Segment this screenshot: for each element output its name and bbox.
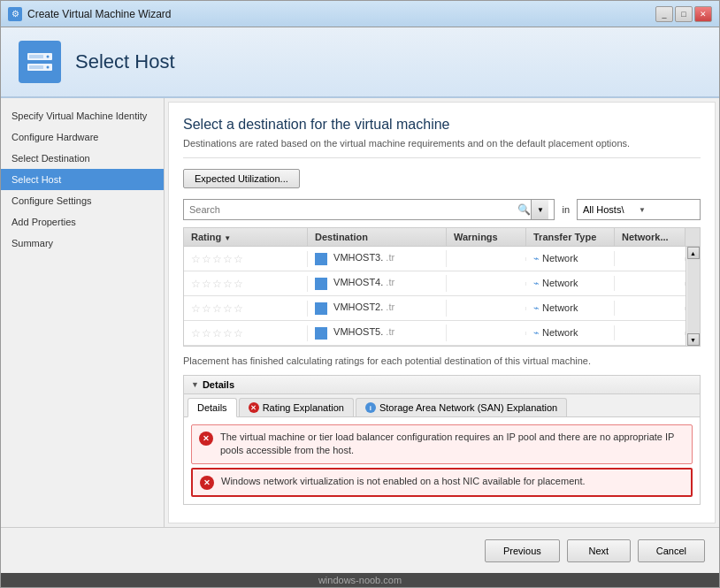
sidebar-item-summary[interactable]: Summary (1, 233, 164, 254)
content-area: Select a destination for the virtual mac… (168, 102, 716, 523)
tabs-row: Details ✕ Rating Explanation i Storage A… (184, 394, 700, 417)
scroll-down-button[interactable]: ▼ (687, 333, 700, 346)
sidebar-label-summary: Summary (11, 238, 53, 248)
cell-dest-0: VMHOST3. .tr (308, 250, 447, 266)
star-4: ☆ (223, 253, 233, 265)
host-dropdown-icon: ▼ (639, 206, 694, 214)
search-dropdown-arrow[interactable]: ▼ (531, 200, 548, 219)
placement-text: Placement has finished calculating ratin… (183, 355, 701, 366)
star-1: ☆ (191, 327, 201, 340)
star-3: ☆ (212, 278, 222, 290)
search-input[interactable] (189, 204, 517, 215)
star-1: ☆ (191, 278, 201, 290)
table-row[interactable]: ☆ ☆ ☆ ☆ ☆ VMHOST4. .tr (184, 271, 700, 296)
host-server-icon-3 (315, 327, 327, 340)
cell-rating-3: ☆ ☆ ☆ ☆ ☆ (184, 325, 308, 341)
cell-transfer-0: ⌁ Network (526, 251, 615, 266)
host-filter-label: All Hosts\ (583, 204, 639, 215)
stars-1: ☆ ☆ ☆ ☆ ☆ (191, 278, 300, 290)
stars-0: ☆ ☆ ☆ ☆ ☆ (191, 253, 300, 265)
cell-dest-2: VMHOST2. .tr (308, 300, 447, 316)
cell-network-2 (615, 307, 686, 310)
cell-transfer-2: ⌁ Network (526, 301, 615, 316)
content-subtitle: Destinations are rated based on the virt… (183, 138, 701, 158)
star-5: ☆ (234, 302, 243, 315)
star-4: ☆ (223, 327, 233, 340)
col-header-warnings: Warnings (447, 228, 526, 246)
search-icon: 🔍 (517, 203, 531, 216)
server-icon (19, 41, 61, 83)
title-bar-left: ⚙ Create Virtual Machine Wizard (8, 7, 172, 21)
cell-warnings-0 (447, 257, 526, 261)
sidebar-item-select-host[interactable]: Select Host (1, 169, 164, 190)
scroll-header-spacer (686, 228, 700, 246)
tab-details[interactable]: Details (188, 398, 237, 417)
sidebar-item-configure-settings[interactable]: Configure Settings (1, 190, 164, 211)
window-title: Create Virtual Machine Wizard (27, 8, 172, 20)
scroll-up-button[interactable]: ▲ (687, 247, 700, 259)
search-input-container[interactable]: 🔍 ▼ (183, 199, 555, 220)
expected-utilization-button[interactable]: Expected Utilization... (183, 169, 300, 188)
minimize-button[interactable]: _ (655, 6, 673, 22)
error-icon-0: ✕ (199, 431, 213, 446)
close-button[interactable]: ✕ (694, 6, 712, 22)
cell-warnings-2 (447, 307, 526, 310)
svg-point-2 (47, 56, 50, 58)
sidebar-item-add-properties[interactable]: Add Properties (1, 211, 164, 233)
sidebar-label-select-dest: Select Destination (11, 153, 90, 164)
star-1: ☆ (191, 253, 201, 265)
tab-rating-label: Rating Explanation (263, 402, 344, 413)
error-icon-1: ✕ (200, 476, 214, 490)
next-button[interactable]: Next (567, 539, 631, 562)
details-header[interactable]: ▼ Details (184, 376, 700, 394)
star-3: ☆ (212, 302, 222, 315)
cell-warnings-3 (447, 332, 526, 335)
table-row[interactable]: ☆ ☆ ☆ ☆ ☆ VMHOST3. .tr (184, 247, 700, 271)
server-svg (26, 48, 54, 76)
svg-rect-4 (29, 55, 43, 58)
maximize-button[interactable]: □ (675, 6, 693, 22)
cell-network-0 (615, 257, 686, 261)
sidebar-item-select-dest[interactable]: Select Destination (1, 148, 164, 169)
svg-point-3 (47, 66, 50, 69)
sidebar-label-configure-settings: Configure Settings (11, 195, 92, 206)
tab-san-explanation[interactable]: i Storage Area Network (SAN) Explanation (356, 398, 567, 416)
star-2: ☆ (202, 253, 211, 265)
tab-error-icon: ✕ (249, 402, 259, 413)
in-label: in (558, 204, 573, 215)
cell-network-3 (615, 332, 686, 335)
watermark: windows-noob.com (1, 573, 719, 587)
cell-rating-1: ☆ ☆ ☆ ☆ ☆ (184, 276, 308, 292)
host-server-icon-0 (315, 253, 327, 265)
tab-san-label: Storage Area Network (SAN) Explanation (379, 402, 557, 413)
cell-transfer-3: ⌁ Network (526, 325, 615, 340)
tab-rating-explanation[interactable]: ✕ Rating Explanation (239, 398, 354, 416)
table-scrollbar[interactable]: ▲ ▼ (686, 247, 700, 346)
table-row[interactable]: ☆ ☆ ☆ ☆ ☆ VMHOST2. .tr (184, 296, 700, 321)
error-row-0[interactable]: ✕ The virtual machine or tier load balan… (191, 424, 693, 464)
previous-button[interactable]: Previous (485, 539, 560, 562)
table-rows: ☆ ☆ ☆ ☆ ☆ VMHOST3. .tr (184, 247, 700, 346)
sort-icon: ▼ (224, 234, 231, 242)
star-5: ☆ (234, 278, 243, 290)
star-1: ☆ (191, 302, 201, 315)
network-icon-1: ⌁ (533, 278, 542, 288)
star-2: ☆ (202, 278, 211, 290)
star-4: ☆ (223, 302, 233, 315)
host-table: Rating ▼ Destination Warnings Transfer T… (183, 227, 701, 347)
sidebar-label-configure-hw: Configure Hardware (11, 132, 98, 142)
error-text-1: Windows network virtualization is not en… (221, 475, 586, 488)
cell-warnings-1 (447, 282, 526, 286)
host-dropdown[interactable]: All Hosts\ ▼ (577, 199, 701, 220)
details-label: Details (203, 379, 234, 390)
error-row-1[interactable]: ✕ Windows network virtualization is not … (191, 468, 693, 497)
header-section: Select Host (1, 27, 719, 98)
table-row[interactable]: ☆ ☆ ☆ ☆ ☆ VMHOST5. .tr (184, 321, 700, 346)
sidebar-item-specify-vm[interactable]: Specify Virtual Machine Identity (1, 105, 164, 126)
stars-3: ☆ ☆ ☆ ☆ ☆ (191, 327, 300, 340)
cancel-button[interactable]: Cancel (638, 539, 705, 562)
sidebar-item-configure-hw[interactable]: Configure Hardware (1, 126, 164, 148)
sidebar-label-select-host: Select Host (11, 174, 61, 185)
cell-rating-2: ☆ ☆ ☆ ☆ ☆ (184, 301, 308, 317)
star-4: ☆ (223, 278, 233, 290)
